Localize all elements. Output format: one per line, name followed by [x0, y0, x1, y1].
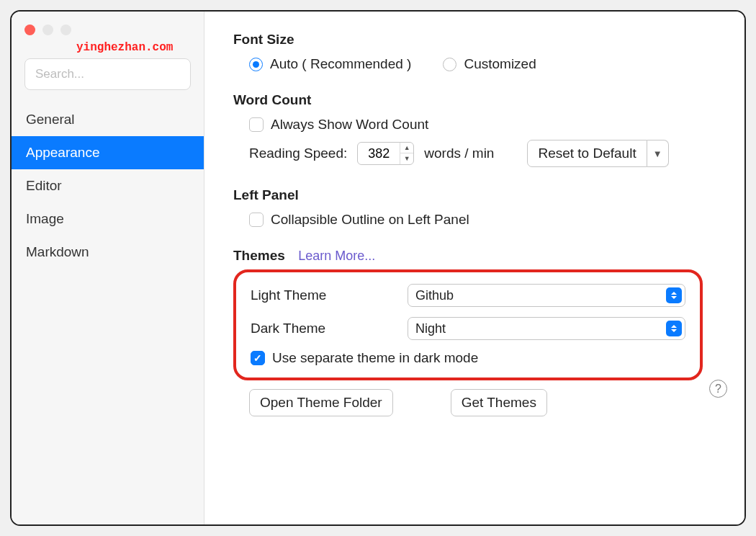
- sidebar-item-appearance[interactable]: Appearance: [12, 136, 204, 169]
- left-panel-section: Left Panel Collapsible Outline on Left P…: [233, 187, 716, 228]
- light-theme-label: Light Theme: [251, 287, 408, 303]
- font-size-auto-radio[interactable]: [249, 58, 263, 71]
- sidebar-item-markdown[interactable]: Markdown: [12, 236, 204, 269]
- stepper-down-icon[interactable]: ▼: [400, 153, 413, 164]
- stepper-up-icon[interactable]: ▲: [400, 143, 413, 153]
- minimize-button[interactable]: [42, 24, 53, 35]
- font-size-title: Font Size: [233, 32, 716, 48]
- always-show-word-count-label: Always Show Word Count: [271, 117, 428, 133]
- watermark-text: yinghezhan.com: [12, 38, 204, 58]
- chevron-updown-icon: [666, 321, 682, 336]
- close-button[interactable]: [24, 24, 35, 35]
- main-panel: Font Size Auto ( Recommended ) Customize…: [204, 12, 744, 524]
- learn-more-link[interactable]: Learn More...: [298, 249, 375, 263]
- dark-theme-value: Night: [415, 321, 446, 336]
- left-panel-title: Left Panel: [233, 187, 716, 203]
- always-show-word-count-checkbox[interactable]: [249, 117, 264, 132]
- get-themes-button[interactable]: Get Themes: [451, 389, 547, 416]
- dark-theme-select[interactable]: Night: [408, 317, 685, 340]
- sidebar-item-editor[interactable]: Editor: [12, 169, 204, 202]
- reading-speed-stepper[interactable]: ▲ ▼: [357, 142, 414, 165]
- collapsible-outline-checkbox[interactable]: [249, 213, 264, 227]
- themes-highlight-box: Light Theme Github Dark Theme Night Use: [233, 269, 703, 380]
- light-theme-select[interactable]: Github: [408, 284, 685, 307]
- search-input[interactable]: [24, 58, 191, 90]
- open-theme-folder-button[interactable]: Open Theme Folder: [249, 389, 393, 416]
- dark-theme-label: Dark Theme: [251, 321, 408, 336]
- reset-default-button[interactable]: Reset to Default: [527, 140, 647, 167]
- help-icon[interactable]: ?: [709, 380, 727, 398]
- reading-speed-label: Reading Speed:: [249, 146, 347, 161]
- themes-section: Themes Learn More... Light Theme Github …: [233, 248, 716, 416]
- sidebar-item-image[interactable]: Image: [12, 202, 204, 236]
- sidebar-nav: General Appearance Editor Image Markdown: [12, 103, 204, 269]
- preferences-window: yinghezhan.com General Appearance Editor…: [10, 10, 746, 526]
- sidebar-item-general[interactable]: General: [12, 103, 204, 136]
- reset-default-button-group: Reset to Default ▼: [527, 140, 668, 167]
- word-count-title: Word Count: [233, 92, 716, 108]
- separate-theme-checkbox[interactable]: [251, 351, 265, 365]
- light-theme-value: Github: [415, 288, 454, 303]
- separate-theme-label: Use separate theme in dark mode: [272, 350, 478, 366]
- font-size-custom-radio[interactable]: [443, 58, 456, 71]
- sidebar: yinghezhan.com General Appearance Editor…: [12, 12, 204, 524]
- chevron-updown-icon: [666, 287, 682, 303]
- reading-speed-input[interactable]: [358, 146, 400, 161]
- window-controls: [12, 17, 204, 38]
- font-size-section: Font Size Auto ( Recommended ) Customize…: [233, 32, 716, 72]
- reset-default-dropdown[interactable]: ▼: [647, 140, 669, 167]
- reading-speed-unit: words / min: [424, 146, 494, 161]
- maximize-button[interactable]: [60, 24, 71, 35]
- font-size-custom-label: Customized: [464, 56, 536, 72]
- themes-title: Themes: [233, 248, 285, 263]
- collapsible-outline-label: Collapsible Outline on Left Panel: [271, 212, 469, 228]
- word-count-section: Word Count Always Show Word Count Readin…: [233, 92, 716, 167]
- font-size-auto-label: Auto ( Recommended ): [270, 56, 411, 72]
